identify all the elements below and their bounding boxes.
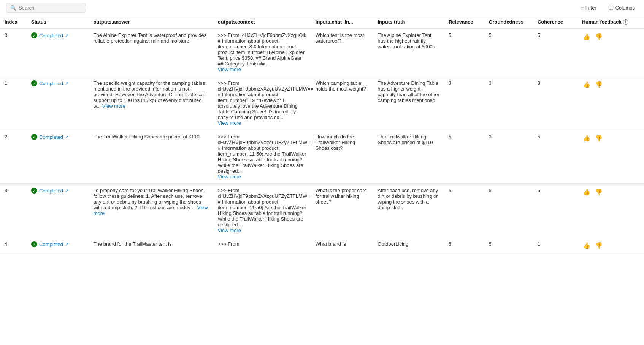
external-link-icon[interactable]: ↗ bbox=[65, 135, 68, 140]
status-text: Completed bbox=[39, 242, 63, 247]
thumbs-down-button-2[interactable]: 👎 bbox=[594, 134, 603, 143]
cell-feedback-1: 👍 👎 bbox=[577, 76, 644, 130]
table-body: 0 ✓ Completed ↗ The Alpine Explorer Tent… bbox=[0, 28, 644, 254]
thumbs-up-button-2[interactable]: 👍 bbox=[582, 134, 591, 143]
context-text-0: >>> From: cHJvZHVjdF9pbmZvXzguQlk # Info… bbox=[218, 32, 306, 67]
top-bar: 🔍 ≡ Filter ☷ Columns bbox=[0, 0, 644, 16]
thumbs-down-button-3[interactable]: 👎 bbox=[594, 188, 603, 196]
cell-relevance-0: 5 bbox=[444, 28, 484, 76]
thumbs-up-button-4[interactable]: 👍 bbox=[582, 241, 591, 250]
view-more-context-0[interactable]: View more bbox=[218, 67, 241, 72]
columns-icon: ☷ bbox=[609, 5, 614, 11]
external-link-icon[interactable]: ↗ bbox=[65, 242, 68, 247]
cell-answer-3: To properly care for your TrailWalker Hi… bbox=[89, 184, 213, 237]
thumbs-down-button-4[interactable]: 👎 bbox=[594, 241, 603, 250]
table-row: 0 ✓ Completed ↗ The Alpine Explorer Tent… bbox=[0, 28, 644, 76]
cell-groundedness-2: 3 bbox=[484, 130, 533, 184]
cell-index-0: 0 bbox=[0, 28, 27, 76]
context-text-4: >>> From: bbox=[218, 241, 241, 247]
external-link-icon[interactable]: ↗ bbox=[65, 33, 68, 38]
thumbs-down-button-1[interactable]: 👎 bbox=[594, 80, 603, 89]
header-relevance: Relevance bbox=[444, 16, 484, 28]
external-link-icon[interactable]: ↗ bbox=[65, 188, 68, 193]
checkmark-icon: ✓ bbox=[31, 241, 37, 247]
status-text: Completed bbox=[39, 134, 63, 140]
thumbs-down-button-0[interactable]: 👎 bbox=[594, 32, 603, 41]
status-text: Completed bbox=[39, 81, 63, 86]
cell-index-3: 3 bbox=[0, 184, 27, 237]
cell-relevance-2: 5 bbox=[444, 130, 484, 184]
search-input[interactable] bbox=[19, 5, 82, 11]
cell-relevance-4: 5 bbox=[444, 237, 484, 254]
columns-button[interactable]: ☷ Columns bbox=[606, 3, 638, 13]
cell-index-4: 4 bbox=[0, 237, 27, 254]
checkmark-icon: ✓ bbox=[31, 134, 37, 140]
feedback-buttons-4: 👍 👎 bbox=[582, 241, 639, 250]
cell-relevance-1: 3 bbox=[444, 76, 484, 130]
view-more-context-1[interactable]: View more bbox=[218, 120, 241, 126]
columns-label: Columns bbox=[615, 5, 635, 11]
header-outputs-context: outputs.context bbox=[213, 16, 311, 28]
cell-truth-2: The Trailwalker Hiking Shoes are priced … bbox=[373, 130, 444, 184]
checkmark-icon: ✓ bbox=[31, 188, 37, 194]
cell-chat-in-1: Which camping table holds the most weigh… bbox=[311, 76, 373, 130]
header-outputs-answer: outputs.answer bbox=[89, 16, 213, 28]
cell-coherence-0: 5 bbox=[533, 28, 577, 76]
human-feedback-info-icon[interactable]: i bbox=[623, 19, 628, 25]
view-more-answer-3[interactable]: View more bbox=[94, 205, 208, 216]
cell-answer-2: The TrailWalker Hiking Shoes are priced … bbox=[89, 130, 213, 184]
cell-coherence-4: 1 bbox=[533, 237, 577, 254]
header-groundedness: Groundedness bbox=[484, 16, 533, 28]
table-header-row: Index Status outputs.answer outputs.cont… bbox=[0, 16, 644, 28]
cell-index-1: 1 bbox=[0, 76, 27, 130]
cell-feedback-3: 👍 👎 bbox=[577, 184, 644, 237]
cell-answer-4: The brand for the TrailMaster tent is bbox=[89, 237, 213, 254]
feedback-buttons-3: 👍 👎 bbox=[582, 188, 639, 196]
cell-answer-0: The Alpine Explorer Tent is waterproof a… bbox=[89, 28, 213, 76]
cell-chat-in-2: How much do the TrailWalker Hiking Shoes… bbox=[311, 130, 373, 184]
cell-truth-0: The Alpine Explorer Tent has the highest… bbox=[373, 28, 444, 76]
status-badge: ✓ Completed ↗ bbox=[31, 134, 84, 140]
cell-index-2: 2 bbox=[0, 130, 27, 184]
context-text-2: >>> From: cHJvZHVjdF9pbmZvXzguUFZyZTFLMW… bbox=[218, 134, 313, 174]
feedback-buttons-0: 👍 👎 bbox=[582, 32, 639, 41]
cell-chat-in-0: Which tent is the most waterproof? bbox=[311, 28, 373, 76]
status-text: Completed bbox=[39, 188, 63, 194]
status-badge: ✓ Completed ↗ bbox=[31, 32, 84, 38]
header-index: Index bbox=[0, 16, 27, 28]
top-bar-actions: ≡ Filter ☷ Columns bbox=[577, 3, 638, 13]
header-human-feedback: Human feedback i bbox=[577, 16, 644, 28]
cell-context-1: >>> From: cHJvZHVjdF9pbmZvXzguUVZyZTFLMW… bbox=[213, 76, 311, 130]
cell-groundedness-3: 5 bbox=[484, 184, 533, 237]
thumbs-up-button-3[interactable]: 👍 bbox=[582, 188, 591, 196]
status-text: Completed bbox=[39, 33, 63, 38]
table-row: 4 ✓ Completed ↗ The brand for the TrailM… bbox=[0, 237, 644, 254]
status-badge: ✓ Completed ↗ bbox=[31, 80, 84, 86]
view-more-context-2[interactable]: View more bbox=[218, 174, 241, 180]
header-inputs-truth: inputs.truth bbox=[373, 16, 444, 28]
search-box[interactable]: 🔍 bbox=[6, 3, 86, 13]
cell-coherence-2: 5 bbox=[533, 130, 577, 184]
cell-context-2: >>> From: cHJvZHVjdF9pbmZvXzguUFZyZTFLMW… bbox=[213, 130, 311, 184]
cell-status-4: ✓ Completed ↗ bbox=[27, 237, 89, 254]
cell-answer-1: The specific weight capacity for the cam… bbox=[89, 76, 213, 130]
table-container: Index Status outputs.answer outputs.cont… bbox=[0, 16, 644, 254]
status-badge: ✓ Completed ↗ bbox=[31, 241, 84, 247]
cell-status-2: ✓ Completed ↗ bbox=[27, 130, 89, 184]
external-link-icon[interactable]: ↗ bbox=[65, 81, 68, 86]
thumbs-up-button-1[interactable]: 👍 bbox=[582, 80, 591, 89]
cell-feedback-4: 👍 👎 bbox=[577, 237, 644, 254]
cell-relevance-3: 5 bbox=[444, 184, 484, 237]
thumbs-up-button-0[interactable]: 👍 bbox=[582, 32, 591, 41]
cell-status-0: ✓ Completed ↗ bbox=[27, 28, 89, 76]
context-text-3: >>> From: cHJvZHVjdF9pbmZvXzguUFZyZTFLMW… bbox=[218, 188, 313, 227]
header-status: Status bbox=[27, 16, 89, 28]
view-more-context-3[interactable]: View more bbox=[218, 227, 241, 233]
cell-feedback-0: 👍 👎 bbox=[577, 28, 644, 76]
view-more-answer-1[interactable]: View more bbox=[102, 103, 125, 109]
cell-status-3: ✓ Completed ↗ bbox=[27, 184, 89, 237]
table-row: 3 ✓ Completed ↗ To properly care for you… bbox=[0, 184, 644, 237]
filter-button[interactable]: ≡ Filter bbox=[577, 3, 600, 13]
cell-feedback-2: 👍 👎 bbox=[577, 130, 644, 184]
table-row: 1 ✓ Completed ↗ The specific weight capa… bbox=[0, 76, 644, 130]
